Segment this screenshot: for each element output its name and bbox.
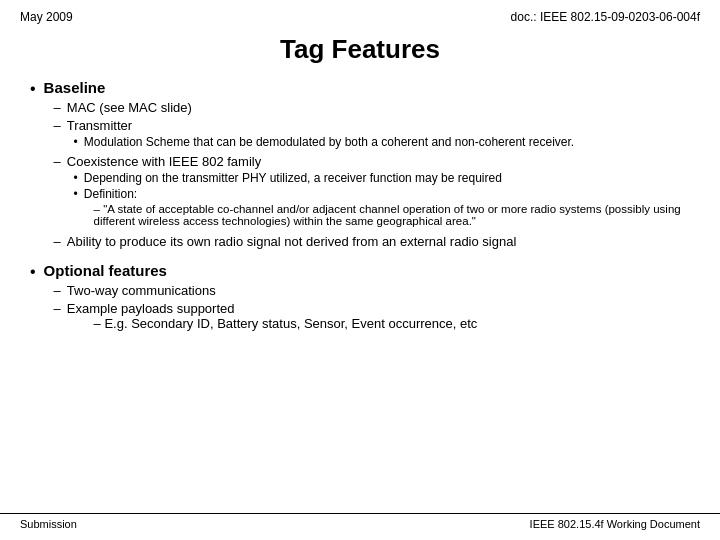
dot-definition: • [74,187,78,201]
dash-mac: – [54,100,61,115]
mac-text: MAC (see MAC slide) [67,100,192,115]
dash-transmitter: – [54,118,61,133]
dash-twoway: – [54,283,61,298]
depending-item: • Depending on the transmitter PHY utili… [74,171,690,185]
footer-right: IEEE 802.15.4f Working Document [530,518,700,530]
footer-left: Submission [20,518,77,530]
bullet-baseline: • [30,80,36,98]
footer: Submission IEEE 802.15.4f Working Docume… [0,513,720,530]
dot-modulation: • [74,135,78,149]
transmitter-sub-list: • Modulation Scheme that can be demodula… [54,135,575,151]
section-optional: • Optional features – Two-way communicat… [30,262,690,334]
payloads-text: Example payloads supported [67,301,235,316]
definition-text: Definition: [84,187,137,201]
example-indent: – E.g. Secondary ID, Battery status, Sen… [54,316,478,331]
twoway-text: Two-way communications [67,283,216,298]
modulation-text: Modulation Scheme that can be demodulate… [84,135,574,149]
list-item-twoway: – Two-way communications [54,283,690,298]
header-left: May 2009 [20,10,73,24]
modulation-item: • Modulation Scheme that can be demodula… [74,135,575,149]
header-right: doc.: IEEE 802.15-09-0203-06-004f [511,10,700,24]
dash-coexistence: – [54,154,61,169]
transmitter-text: Transmitter [67,118,132,133]
dash-payloads: – [54,301,61,316]
list-item-transmitter: – Transmitter • Modulation Scheme that c… [54,118,690,151]
page-title: Tag Features [0,28,720,79]
optional-title: Optional features [44,262,690,279]
optional-list: – Two-way communications – Example paylo… [44,283,690,331]
list-item-coexistence: – Coexistence with IEEE 802 family • Dep… [54,154,690,231]
baseline-title: Baseline [44,79,690,96]
definition-nested: – "A state of acceptable co-channel and/… [74,203,690,229]
baseline-list: – MAC (see MAC slide) – Transmitter • Mo… [44,100,690,249]
coexistence-sub-list: • Depending on the transmitter PHY utili… [54,171,690,231]
dash-ability: – [54,234,61,249]
baseline-content: Baseline – MAC (see MAC slide) – Transmi… [44,79,690,252]
definition-item: • Definition: – "A state of acceptable c… [74,187,690,229]
definition-quote: – "A state of acceptable co-channel and/… [94,203,690,227]
list-item-mac: – MAC (see MAC slide) [54,100,690,115]
bullet-optional: • [30,263,36,281]
example-text: – E.g. Secondary ID, Battery status, Sen… [94,316,478,331]
coexistence-text: Coexistence with IEEE 802 family [67,154,261,169]
list-item-ability: – Ability to produce its own radio signa… [54,234,690,249]
content-area: • Baseline – MAC (see MAC slide) – Trans… [0,79,720,334]
definition-quote-text: – "A state of acceptable co-channel and/… [94,203,690,227]
dot-depending: • [74,171,78,185]
ability-text: Ability to produce its own radio signal … [67,234,516,249]
depending-text: Depending on the transmitter PHY utilize… [84,171,502,185]
optional-content: Optional features – Two-way communicatio… [44,262,690,334]
section-baseline: • Baseline – MAC (see MAC slide) – Trans… [30,79,690,252]
list-item-payloads: – Example payloads supported – E.g. Seco… [54,301,690,331]
